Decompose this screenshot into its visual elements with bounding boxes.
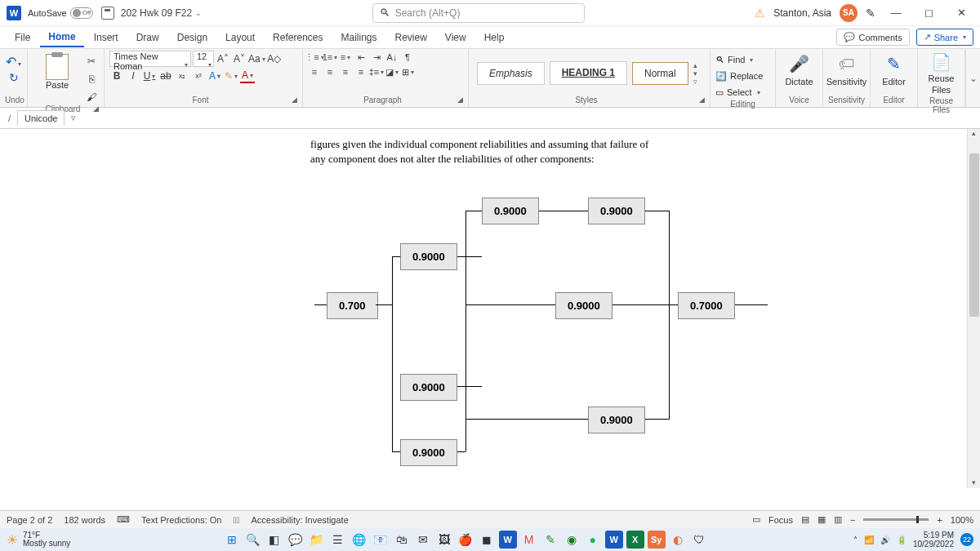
avatar[interactable]: SA: [840, 4, 858, 22]
numbering-button[interactable]: 1≡▾: [323, 51, 336, 64]
editor-icon[interactable]: ✎: [887, 52, 901, 75]
store-icon[interactable]: 🛍: [393, 531, 411, 549]
word-count[interactable]: 182 words: [64, 515, 105, 525]
align-left-button[interactable]: ≡: [308, 65, 321, 78]
diagram-box[interactable]: 0.9000: [482, 198, 539, 224]
multilevel-button[interactable]: ≡▾: [339, 51, 352, 64]
warning-icon[interactable]: ⚠: [755, 7, 765, 20]
diagram-box[interactable]: 0.7000: [678, 292, 735, 319]
clipboard-launcher[interactable]: ◢: [93, 104, 99, 113]
battery-icon[interactable]: 🔋: [897, 535, 906, 544]
reuse-label1[interactable]: Reuse: [929, 73, 955, 83]
weather-icon[interactable]: ☀: [7, 532, 18, 548]
app2-icon[interactable]: ◐: [669, 531, 687, 549]
clock[interactable]: 5:19 PM10/29/2022: [913, 531, 954, 549]
autosave-toggle[interactable]: AutoSave Off: [28, 7, 93, 19]
cut-icon[interactable]: ✂: [84, 54, 99, 69]
close-button[interactable]: ✕: [949, 7, 973, 19]
text-predictions-icon[interactable]: ⌨: [117, 514, 130, 525]
styles-more[interactable]: ▿: [693, 78, 697, 86]
styles-down[interactable]: ▾: [693, 69, 697, 78]
subtab-unicode[interactable]: Unicode: [17, 110, 65, 126]
font-size-select[interactable]: 12▾: [193, 51, 214, 67]
style-heading1[interactable]: HEADING 1: [550, 61, 627, 85]
weather-widget[interactable]: 71°FMostly sunny: [23, 531, 70, 548]
tray-chevron-icon[interactable]: ˄: [853, 535, 858, 544]
dictate-label[interactable]: Dictate: [785, 77, 813, 87]
notification-badge[interactable]: 22: [960, 533, 973, 546]
apple-icon[interactable]: 🍎: [457, 531, 474, 549]
sort-button[interactable]: A↓: [385, 51, 399, 64]
focus-mode[interactable]: Focus: [768, 515, 793, 525]
change-case-button[interactable]: Aa▾: [248, 51, 265, 66]
tab-file[interactable]: File: [7, 29, 38, 47]
tab-mailings[interactable]: Mailings: [332, 29, 385, 47]
document-canvas[interactable]: figures given the individual component r…: [0, 129, 980, 488]
accessibility-status[interactable]: Accessibility: Investigate: [252, 515, 349, 525]
line-spacing-button[interactable]: ‡≡▾: [370, 65, 383, 78]
paste-icon[interactable]: [46, 54, 69, 80]
paste-label[interactable]: Paste: [46, 80, 69, 90]
widgets-icon[interactable]: ☰: [329, 531, 347, 549]
tab-help[interactable]: Help: [476, 29, 513, 47]
pen-mode-icon[interactable]: ✎: [866, 7, 875, 20]
subscript-button[interactable]: x₂: [175, 69, 189, 83]
diagram-box[interactable]: 0.700: [327, 292, 378, 319]
select-button[interactable]: ▭ Select▾: [715, 85, 770, 100]
chevron-down-icon[interactable]: ⌄: [195, 9, 202, 17]
shading-button[interactable]: ◪▾: [385, 65, 399, 78]
tab-view[interactable]: View: [437, 29, 474, 47]
spotify-icon[interactable]: ●: [584, 531, 602, 549]
superscript-button[interactable]: x²: [191, 69, 206, 83]
xbox-icon[interactable]: ◉: [563, 531, 581, 549]
highlight-button[interactable]: ✎▾: [224, 69, 238, 83]
scroll-up-icon[interactable]: ▴: [968, 129, 980, 137]
borders-button[interactable]: ⊞▾: [401, 65, 414, 78]
tab-home[interactable]: Home: [40, 28, 83, 47]
tab-review[interactable]: Review: [387, 29, 435, 47]
sy-icon[interactable]: Sy: [648, 531, 666, 549]
align-right-button[interactable]: ≡: [339, 65, 352, 78]
zoom-slider[interactable]: [863, 518, 929, 521]
chat-icon[interactable]: 💬: [287, 531, 305, 549]
zoom-in-button[interactable]: +: [937, 515, 942, 525]
explorer-icon[interactable]: 📁: [308, 531, 326, 549]
tab-references[interactable]: References: [265, 29, 331, 47]
replace-button[interactable]: 🔄 Replace: [715, 69, 770, 83]
subtab-slash-icon[interactable]: /: [5, 113, 14, 123]
scroll-down-icon[interactable]: ▾: [968, 478, 980, 487]
diagram-box[interactable]: 0.9000: [400, 439, 457, 466]
security-icon[interactable]: 🛡: [690, 531, 708, 549]
zoom-level[interactable]: 100%: [951, 515, 973, 525]
word-taskbar-icon[interactable]: W: [499, 531, 517, 549]
view-print-icon[interactable]: ▦: [817, 514, 826, 525]
strike-button[interactable]: ab: [158, 69, 173, 83]
show-marks-button[interactable]: ¶: [401, 51, 414, 64]
paragraph-launcher[interactable]: ◢: [457, 96, 463, 104]
grow-font-button[interactable]: A˄: [216, 51, 230, 66]
search-input[interactable]: 🔍︎ Search (Alt+Q): [372, 3, 585, 23]
sensitivity-button[interactable]: Sensitivity: [826, 77, 867, 87]
diagram-box[interactable]: 0.9000: [400, 374, 457, 401]
text-effects-button[interactable]: A▾: [207, 69, 222, 83]
taskbar-search-icon[interactable]: 🔍: [244, 531, 262, 549]
share-button[interactable]: ↗ Share▾: [916, 29, 973, 46]
minimize-button[interactable]: —: [884, 7, 908, 19]
diagram-box[interactable]: 0.9000: [588, 407, 645, 433]
font-launcher[interactable]: ◢: [292, 96, 297, 104]
reuse-icon[interactable]: 📄: [931, 52, 951, 72]
sensitivity-icon[interactable]: 🏷: [839, 52, 855, 75]
bullets-button[interactable]: ⋮≡▾: [308, 51, 321, 64]
mail-icon[interactable]: ✉: [414, 531, 432, 549]
format-painter-icon[interactable]: 🖌: [84, 90, 99, 104]
gmail-icon[interactable]: M: [520, 531, 538, 549]
tab-insert[interactable]: Insert: [86, 29, 127, 47]
accessibility-icon[interactable]: ✖⃝: [233, 515, 239, 525]
undo-button[interactable]: ↶▾: [6, 54, 21, 69]
comments-button[interactable]: 💬 Comments: [836, 29, 909, 46]
collapse-ribbon-button[interactable]: ⌄: [965, 49, 980, 107]
volume-icon[interactable]: 🔊: [880, 535, 890, 544]
styles-up[interactable]: ▴: [693, 61, 697, 69]
diagram-box[interactable]: 0.9000: [588, 198, 645, 224]
reuse-label2[interactable]: Files: [932, 85, 951, 95]
